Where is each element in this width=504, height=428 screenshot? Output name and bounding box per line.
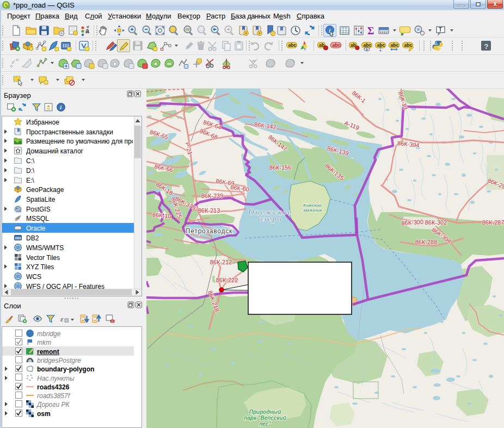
svg-text:abc: abc	[391, 42, 399, 48]
svg-text:?: ?	[484, 42, 489, 51]
svg-text:заказник: заказник	[303, 208, 323, 213]
svg-text:ab: ab	[351, 42, 356, 48]
svg-text:86К-302: 86К-302	[425, 219, 447, 226]
svg-text:abc: abc	[288, 42, 297, 48]
svg-text:Σ: Σ	[367, 25, 374, 36]
svg-text:Петрозаводск: Петрозаводск	[186, 227, 232, 235]
svg-text:T: T	[439, 27, 442, 33]
svg-text:86К-287: 86К-287	[482, 219, 504, 226]
svg-text:abc: abc	[333, 42, 341, 48]
svg-text:86К-213: 86К-213	[198, 207, 220, 214]
svg-text:a: a	[85, 27, 89, 35]
svg-text:DB2: DB2	[15, 237, 21, 240]
svg-text:Кижский: Кижский	[303, 203, 322, 208]
svg-text:86К-239: 86К-239	[201, 193, 224, 199]
svg-text:ε: ε	[60, 315, 64, 323]
svg-text:1:1: 1:1	[199, 28, 205, 32]
svg-text:парк "Вепсский: парк "Вепсский	[244, 415, 286, 421]
svg-text:abc: abc	[364, 42, 372, 48]
svg-text:86К-222: 86К-222	[216, 277, 238, 283]
svg-text:abc: abc	[404, 42, 413, 48]
svg-text:86К-212: 86К-212	[210, 259, 232, 265]
svg-text:озеро: озеро	[259, 215, 283, 223]
svg-text:86К-288: 86К-288	[415, 239, 438, 245]
svg-text:abc: abc	[377, 42, 385, 48]
svg-text:лес": лес"	[259, 421, 271, 427]
svg-text:86К-156: 86К-156	[269, 164, 292, 171]
svg-text:Природный: Природный	[249, 409, 281, 415]
